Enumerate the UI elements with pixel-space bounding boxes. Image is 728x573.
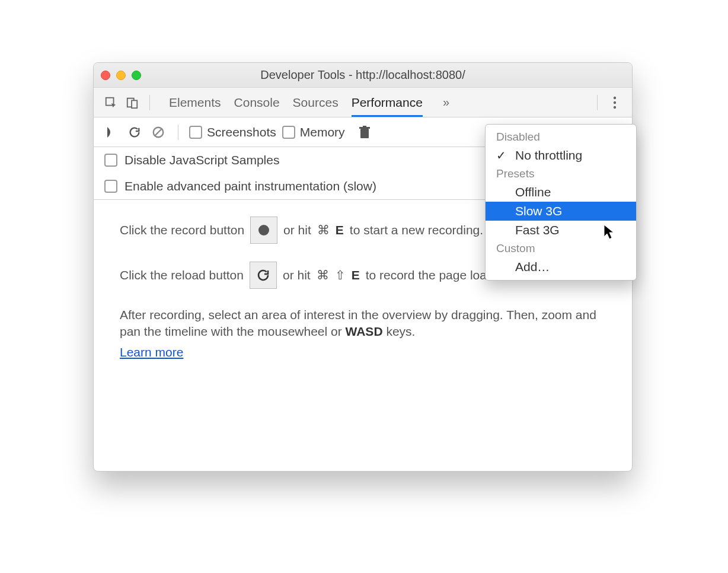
clear-icon[interactable] — [149, 123, 167, 141]
reload-button[interactable] — [250, 262, 277, 289]
screenshots-checkbox[interactable]: Screenshots — [189, 125, 276, 139]
tab-sources[interactable]: Sources — [293, 88, 339, 117]
devtools-window: Developer Tools - http://localhost:8080/… — [93, 62, 633, 472]
disable-js-label: Disable JavaScript Samples — [124, 153, 279, 167]
minimize-window-button[interactable] — [116, 71, 126, 80]
cursor-icon — [604, 224, 615, 240]
record-dot-icon — [258, 225, 269, 235]
text: or hit — [283, 222, 311, 238]
menu-item-slow-3g[interactable]: Slow 3G — [486, 202, 636, 221]
cmd-key-icon: ⌘ — [317, 222, 330, 238]
inspect-element-icon[interactable] — [102, 94, 120, 112]
network-throttling-menu: Disabled No throttling Presets Offline S… — [485, 124, 637, 281]
menu-group-presets: Presets — [486, 165, 636, 183]
paint-checkbox[interactable] — [104, 180, 117, 193]
panel-tabs: Elements Console Sources Performance » — [169, 88, 449, 117]
tabs-overflow-icon[interactable]: » — [443, 95, 449, 109]
svg-line-7 — [155, 129, 162, 135]
text: Click the reload button — [120, 267, 244, 284]
menu-item-no-throttling[interactable]: No throttling — [486, 146, 636, 165]
reload-icon[interactable] — [126, 123, 143, 141]
cmd-key-icon: ⌘ — [317, 267, 329, 284]
svg-rect-2 — [132, 100, 137, 108]
text: or hit — [283, 267, 311, 284]
tab-console[interactable]: Console — [234, 88, 280, 117]
divider — [149, 95, 150, 110]
key-E: E — [336, 222, 344, 238]
trash-icon[interactable] — [356, 123, 373, 141]
maximize-window-button[interactable] — [132, 71, 141, 80]
wasd-key: WASD — [346, 324, 383, 338]
kebab-menu-icon[interactable] — [606, 94, 624, 112]
menu-group-disabled: Disabled — [486, 128, 636, 146]
divider — [178, 125, 178, 140]
window-title: Developer Tools - http://localhost:8080/ — [94, 68, 632, 82]
divider — [597, 95, 598, 110]
text: to record the page load. — [366, 267, 497, 284]
svg-rect-10 — [363, 126, 366, 128]
svg-point-3 — [614, 96, 616, 98]
screenshots-label: Screenshots — [207, 125, 276, 139]
tab-elements[interactable]: Elements — [169, 88, 221, 117]
window-controls — [101, 71, 141, 80]
shift-key-icon: ⇧ — [335, 267, 346, 284]
paint-label: Enable advanced paint instrumentation (s… — [124, 179, 376, 193]
learn-more-link[interactable]: Learn more — [120, 345, 183, 359]
close-window-button[interactable] — [101, 71, 110, 80]
text: to start a new recording. — [350, 222, 483, 238]
titlebar: Developer Tools - http://localhost:8080/ — [94, 63, 632, 88]
svg-point-5 — [614, 106, 616, 108]
checkbox-icon — [282, 126, 295, 139]
text: keys. — [383, 324, 416, 338]
record-icon[interactable] — [102, 123, 120, 141]
key-E: E — [352, 267, 360, 284]
text: Click the record button — [120, 222, 244, 238]
memory-checkbox[interactable]: Memory — [282, 125, 345, 139]
instruction-drag: After recording, select an area of inter… — [120, 307, 613, 340]
svg-rect-8 — [360, 129, 369, 138]
panel-tabbar: Elements Console Sources Performance » — [94, 88, 632, 117]
checkbox-icon — [189, 126, 202, 139]
tab-performance[interactable]: Performance — [352, 88, 423, 117]
device-toolbar-icon[interactable] — [123, 94, 141, 112]
svg-point-4 — [614, 101, 616, 103]
record-button[interactable] — [250, 217, 277, 244]
menu-group-custom: Custom — [486, 240, 636, 257]
menu-item-add[interactable]: Add… — [486, 257, 636, 276]
memory-label: Memory — [300, 125, 345, 139]
disable-js-checkbox[interactable] — [104, 154, 117, 167]
menu-item-offline[interactable]: Offline — [486, 183, 636, 202]
